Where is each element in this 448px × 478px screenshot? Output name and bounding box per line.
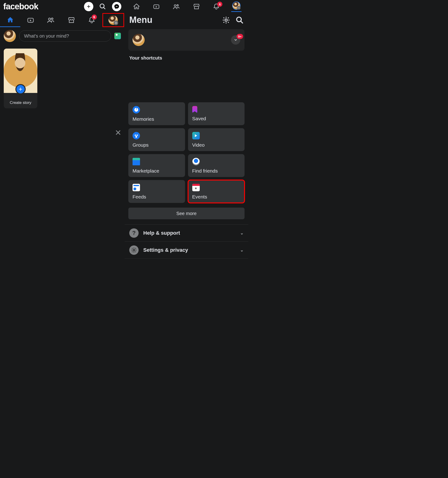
tile-saved[interactable]: Saved [188,102,245,125]
rt-notifications[interactable]: 6 [211,3,221,10]
tile-groups[interactable]: Groups [128,128,185,151]
menu-title: Menu [129,15,152,25]
search-button[interactable] [98,2,107,11]
tile-label: Groups [133,142,181,148]
home-screen: facebook 6 [0,0,125,265]
rt-video[interactable] [151,3,161,10]
rt-friends[interactable] [171,3,182,10]
see-more-label: See more [176,211,197,216]
menu-overlay-icon [114,20,118,25]
marketplace-icon [133,158,140,165]
tab-notifications[interactable]: 6 [81,13,102,27]
memories-icon [133,106,140,113]
tile-memories[interactable]: Memories [128,102,185,125]
create-button[interactable] [84,2,93,11]
photo-button[interactable] [114,33,121,39]
tile-label: Marketplace [133,168,181,174]
tile-label: Find friends [192,168,240,174]
find-friends-icon [192,158,200,165]
saved-icon [192,106,197,113]
tab-home[interactable] [0,13,20,27]
tile-feeds[interactable]: Feeds [128,180,185,203]
composer-placeholder: What's on your mind? [24,33,69,39]
messenger-icon [114,4,119,9]
profile-avatar [109,15,118,25]
video-icon [27,16,34,24]
profile-avatar [133,34,145,46]
accordion-label: Settings & privacy [143,247,188,253]
profile-card[interactable]: 9+ [128,29,245,51]
notification-badge: 6 [217,2,222,7]
tile-label: Events [192,194,240,200]
plus-icon [86,4,91,9]
tile-label: Memories [133,116,181,122]
composer: What's on your mind? [0,27,125,45]
tile-video[interactable]: Video [188,128,245,151]
tab-profile-menu[interactable] [102,13,124,27]
search-icon [99,3,106,10]
search-button[interactable] [236,16,244,24]
tile-marketplace[interactable]: Marketplace [128,154,185,177]
tile-label: Video [192,142,240,148]
menu-overlay-icon [237,6,240,10]
svg-point-2 [49,18,51,20]
menu-grid: Memories Saved Groups Video Marketplace … [125,100,248,206]
tab-marketplace[interactable] [61,13,81,27]
svg-point-9 [133,249,135,251]
friends-icon [173,3,180,10]
friends-icon [47,16,55,24]
chevron-down-icon: ⌄ [240,231,244,236]
topbar-actions [84,2,121,11]
rt-profile[interactable] [231,1,241,12]
menu-header-actions [222,16,244,24]
right-topbar: 6 [125,0,248,13]
tile-label: Feeds [133,194,181,200]
settings-button[interactable] [222,16,230,24]
nav-tabs: 6 [0,13,125,27]
video-icon [153,3,160,10]
menu-screen: 6 Menu 9+ Your shortcuts Memories Saved [125,0,248,265]
gear-icon [222,16,230,24]
gear-icon [129,245,139,255]
marketplace-icon [68,16,75,24]
profile-avatar [232,1,240,10]
accordion-help[interactable]: ? Help & support ⌄ [125,225,248,242]
profiles-badge: 9+ [237,34,243,39]
home-icon [6,16,14,24]
svg-point-5 [174,5,176,6]
see-more-button[interactable]: See more [128,208,245,219]
plus-icon: + [15,84,26,94]
help-icon: ? [129,228,139,238]
events-icon: ★ [192,184,200,191]
chevron-down-icon [234,38,238,42]
composer-input[interactable]: What's on your mind? [19,30,111,42]
topbar: facebook [0,0,125,13]
messenger-button[interactable] [112,2,121,11]
close-icon[interactable]: ✕ [115,128,121,137]
tab-video[interactable] [20,13,41,27]
groups-icon [133,132,140,139]
chevron-down-icon: ⌄ [240,247,244,253]
video-icon [192,132,200,139]
svg-point-3 [51,18,53,20]
rt-home[interactable] [131,3,142,10]
composer-avatar[interactable] [4,30,16,42]
notification-badge: 6 [92,14,97,20]
facebook-logo[interactable]: facebook [3,2,78,12]
search-icon [236,16,244,24]
create-story-label: Create story [4,93,37,108]
accordion-settings[interactable]: Settings & privacy ⌄ [125,242,248,259]
tile-find-friends[interactable]: Find friends [188,154,245,177]
svg-point-6 [177,5,178,6]
tile-label: Saved [192,116,240,121]
tab-friends[interactable] [41,13,61,27]
rt-marketplace[interactable] [191,3,202,10]
shortcuts-label: Your shortcuts [125,54,248,62]
accordion-label: Help & support [143,230,180,236]
menu-header: Menu [125,13,248,28]
home-icon [133,3,140,10]
feeds-icon [133,184,140,191]
create-story-card[interactable]: + Create story [4,49,37,108]
tile-events[interactable]: ★ Events [188,180,245,203]
svg-point-7 [225,19,227,21]
